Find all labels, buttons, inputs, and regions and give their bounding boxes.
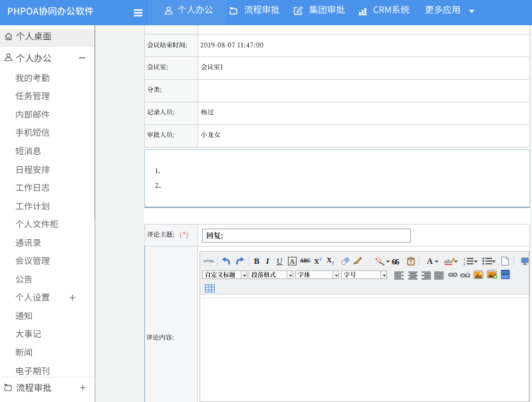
svg-text:1: 1 <box>464 257 466 261</box>
svg-text:ab: ab <box>444 258 451 264</box>
svg-text:T: T <box>410 259 413 265</box>
svg-text:2: 2 <box>464 262 466 265</box>
